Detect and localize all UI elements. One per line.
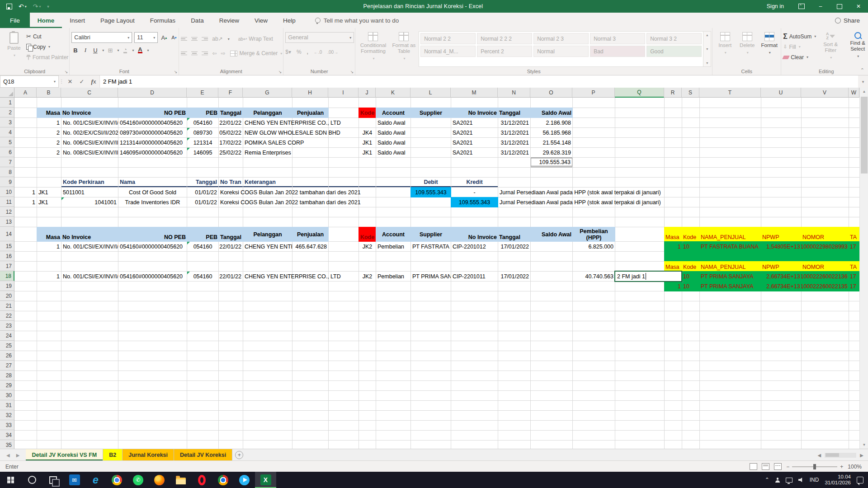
cell-O7[interactable]: 109.555.343 bbox=[531, 158, 572, 167]
cell-D15[interactable]: 054160#0000000405620 bbox=[118, 242, 187, 251]
cell-E5[interactable]: 121314 bbox=[187, 138, 218, 147]
cell-K3[interactable]: Saldo Awal bbox=[376, 118, 410, 127]
decrease-indent-button[interactable]: ⇦ bbox=[212, 50, 217, 56]
row-header-13[interactable]: 13 bbox=[0, 217, 14, 227]
row-header-34[interactable]: 34 bbox=[0, 430, 14, 440]
sheet-tab-next-button[interactable]: ▶ bbox=[16, 453, 20, 458]
worksheet-grid[interactable]: ABCDEFGHIJKLMNOPQRSTUVW12345678910111213… bbox=[0, 88, 859, 449]
cell-N2[interactable]: Tanggal bbox=[498, 108, 531, 118]
vertical-scroll-thumb[interactable] bbox=[861, 97, 868, 174]
cell-D10[interactable]: Cost Of Good Sold bbox=[118, 188, 187, 197]
cell-D6[interactable]: 146095#0000000405620 bbox=[118, 148, 187, 157]
ribbon-tab-view[interactable]: View bbox=[247, 13, 275, 28]
row-header-17[interactable]: 17 bbox=[0, 261, 14, 271]
cell-W15[interactable]: 17 bbox=[849, 241, 859, 252]
row-header-2[interactable]: 2 bbox=[0, 108, 14, 117]
scroll-left-arrow[interactable]: ◀ bbox=[818, 453, 821, 458]
fill-button[interactable]: ⇩Fill▾ bbox=[783, 42, 816, 52]
speaker-icon[interactable] bbox=[798, 478, 804, 482]
cell-R19[interactable]: 1 bbox=[664, 281, 682, 291]
cell-E11[interactable]: 01/01/22 bbox=[187, 197, 218, 207]
row-header-32[interactable]: 32 bbox=[0, 410, 14, 420]
cell-R15[interactable]: 1 bbox=[664, 241, 682, 252]
underline-button[interactable]: U bbox=[91, 46, 99, 55]
cell-P14[interactable]: Pembelian (HPP) bbox=[572, 227, 615, 242]
cell-style-normal-2-3[interactable]: Normal 2 3 bbox=[533, 33, 589, 44]
cell-style-normal[interactable]: Normal bbox=[533, 46, 589, 57]
hidden-icons-chevron[interactable]: ⌃ bbox=[765, 477, 769, 483]
column-header-S[interactable]: S bbox=[682, 88, 699, 98]
sheet-tab-b2[interactable]: B2 bbox=[103, 449, 123, 461]
cell-M11[interactable]: 109.555.343 bbox=[451, 197, 498, 207]
cell-L18[interactable]: PT PRIMA SANJAYA bbox=[411, 272, 451, 281]
cell-F6[interactable]: 25/02/22 bbox=[219, 148, 243, 157]
row-header-11[interactable]: 11 bbox=[0, 197, 14, 207]
font-color-button[interactable]: A bbox=[136, 46, 144, 55]
cell-G4[interactable]: NEW GLOW WHOLESALE SDN BHD bbox=[243, 128, 342, 137]
cell-W14[interactable]: TA bbox=[849, 227, 859, 242]
cell-K4[interactable]: Saldo Awal bbox=[376, 128, 410, 137]
cell-K15[interactable]: Pembelian bbox=[376, 242, 410, 251]
cell-F5[interactable]: 17/02/22 bbox=[219, 138, 243, 147]
sheet-tab-prev-button[interactable]: ◀ bbox=[6, 453, 10, 458]
display-icon[interactable] bbox=[786, 478, 793, 483]
cell-M6[interactable]: SA2021 bbox=[451, 148, 498, 157]
select-all-button[interactable] bbox=[0, 88, 14, 98]
cell-T16[interactable] bbox=[699, 251, 761, 262]
styles-gallery-scroll[interactable]: ▴▾▾ bbox=[703, 31, 711, 67]
cell-J5[interactable]: JK1 bbox=[359, 138, 376, 147]
ribbon-tab-page-layout[interactable]: Page Layout bbox=[93, 13, 142, 28]
cell-D3[interactable]: 054160#0000000405620 bbox=[118, 118, 187, 127]
copy-button[interactable]: Copy▾ bbox=[26, 42, 68, 52]
column-header-Q[interactable]: Q bbox=[615, 88, 664, 98]
row-header-8[interactable]: 8 bbox=[0, 167, 14, 177]
cell-B4[interactable]: 2 bbox=[37, 128, 61, 137]
cell-C2[interactable]: No Invoice bbox=[61, 108, 118, 118]
row-header-35[interactable]: 35 bbox=[0, 440, 14, 449]
row-header-25[interactable]: 25 bbox=[0, 341, 14, 351]
cell-W19[interactable]: 17 bbox=[849, 281, 859, 291]
borders-button[interactable]: ⊞ bbox=[106, 46, 114, 55]
align-top-icon[interactable] bbox=[181, 36, 187, 42]
cell-M5[interactable]: SA2021 bbox=[451, 138, 498, 147]
row-header-9[interactable]: 9 bbox=[0, 177, 14, 187]
row-header-30[interactable]: 30 bbox=[0, 390, 14, 400]
cell-E6[interactable]: 146095 bbox=[187, 148, 218, 157]
comma-style-button[interactable]: , bbox=[307, 49, 308, 55]
cell-K2[interactable]: Account bbox=[376, 108, 411, 118]
cell-A10[interactable]: 1 bbox=[15, 188, 37, 197]
cell-L15[interactable]: PT FASTRATA BUANA bbox=[411, 242, 451, 251]
active-cell-editor[interactable]: 2 FM jadi 1 bbox=[614, 271, 682, 282]
cell-U16[interactable] bbox=[761, 251, 802, 262]
column-header-I[interactable]: I bbox=[328, 88, 359, 98]
cell-N15[interactable]: 17/01/2022 bbox=[498, 242, 530, 251]
cell-T19[interactable]: PT PRIMA SANJAYA bbox=[699, 281, 761, 291]
cell-O2[interactable]: Saldo Awal bbox=[530, 108, 573, 118]
column-header-M[interactable]: M bbox=[451, 88, 498, 98]
cell-E3[interactable]: 054160 bbox=[187, 118, 218, 127]
align-center-icon[interactable] bbox=[191, 51, 198, 56]
cell-O6[interactable]: 29.628.319 bbox=[531, 148, 572, 157]
mail-taskbar-button[interactable]: ✉ bbox=[64, 472, 85, 488]
new-sheet-button[interactable]: + bbox=[232, 449, 246, 461]
cell-P18[interactable]: 40.740.563 bbox=[573, 272, 615, 281]
row-header-4[interactable]: 4 bbox=[0, 127, 14, 137]
formula-input[interactable]: 2 FM jadi 1 bbox=[99, 75, 858, 88]
cell-G9[interactable]: Keterangan bbox=[243, 178, 292, 187]
row-header-27[interactable]: 27 bbox=[0, 361, 14, 371]
row-header-19[interactable]: 19 bbox=[0, 281, 14, 291]
cell-E4[interactable]: 089730 bbox=[187, 128, 218, 137]
column-header-F[interactable]: F bbox=[218, 88, 243, 98]
ribbon-tab-help[interactable]: Help bbox=[275, 13, 303, 28]
cell-O4[interactable]: 56.185.968 bbox=[531, 128, 572, 137]
font-dialog-launcher[interactable]: ↘ bbox=[174, 70, 178, 74]
accounting-format-button[interactable]: $▾ bbox=[285, 49, 291, 55]
cell-R14[interactable]: Masa bbox=[664, 227, 682, 242]
ribbon-tab-file[interactable]: File bbox=[0, 13, 30, 28]
row-header-23[interactable]: 23 bbox=[0, 321, 14, 331]
column-header-L[interactable]: L bbox=[410, 88, 451, 98]
cell-K5[interactable]: Saldo Awal bbox=[376, 138, 410, 147]
cell-D11[interactable]: Trade Inventories IDR bbox=[118, 197, 187, 207]
cell-M15[interactable]: CIP-2201012 bbox=[451, 242, 498, 251]
increase-decimal-button[interactable]: ←.0 bbox=[314, 50, 322, 55]
